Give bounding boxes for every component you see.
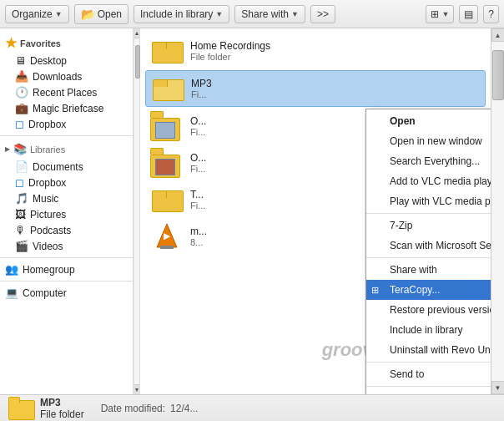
sidebar-item-magic-briefcase[interactable]: 💼 Magic Briefcase <box>0 100 133 116</box>
ctx-open[interactable]: Open <box>366 111 491 131</box>
sidebar-item-homegroup[interactable]: 👥 Homegroup <box>0 261 133 277</box>
libraries-header[interactable]: ▶ 📚 Libraries <box>0 139 133 159</box>
ctx-divider-1 <box>366 213 491 214</box>
preview-button[interactable]: ▤ <box>459 5 478 23</box>
file-item-home-recordings[interactable]: Home Recordings File folder <box>145 33 486 68</box>
recent-places-icon: 🕐 <box>15 86 28 99</box>
ctx-uninstall-revo[interactable]: Uninstall with Revo Uninstaller Pro <box>366 340 491 360</box>
home-recordings-folder-icon <box>152 38 182 63</box>
o1-thumb <box>150 111 184 141</box>
scroll-track <box>491 42 505 381</box>
ctx-scan-security-label: Scan with Microsoft Security Essentials.… <box>390 240 491 251</box>
status-bar: MP3 File folder Date modified: 12/4... <box>0 394 504 421</box>
ctx-include-library[interactable]: Include in library ▶ <box>366 320 491 340</box>
ctx-teracopy[interactable]: ⊞ TeraCopy... <box>366 280 491 300</box>
scroll-down-arrow[interactable]: ▼ <box>491 381 505 394</box>
toolbar: Organize ▼ 📂 Open Include in library ▼ S… <box>0 0 504 28</box>
computer-label: Computer <box>23 287 67 299</box>
sidebar-item-downloads[interactable]: 📥 Downloads <box>0 68 133 84</box>
svg-text:▶: ▶ <box>164 231 171 241</box>
o2-thumb <box>150 148 184 178</box>
ctx-open-new-window[interactable]: Open in new window <box>366 131 491 151</box>
view-icon: ⊞ <box>431 8 439 20</box>
ctx-cut-label: Cut <box>390 393 406 394</box>
open-label: Open <box>98 8 122 20</box>
ctx-7zip[interactable]: 7-Zip ▶ <box>366 216 491 236</box>
podcasts-label: Podcasts <box>30 225 71 236</box>
view-options-button[interactable]: ⊞ ▼ <box>426 5 454 23</box>
desktop-label: Desktop <box>30 55 67 67</box>
ctx-teracopy-label: TeraCopy... <box>390 284 440 296</box>
podcasts-icon: 🎙 <box>15 224 26 236</box>
sidebar-item-music[interactable]: 🎵 Music <box>0 190 133 206</box>
open-button[interactable]: 📂 Open <box>74 4 129 24</box>
vlc-icon: ▶ <box>154 221 180 251</box>
sidebar-item-podcasts[interactable]: 🎙 Podcasts <box>0 222 133 238</box>
favorites-header[interactable]: ★ Favorites <box>0 33 133 53</box>
libraries-icon: 📚 <box>13 143 27 155</box>
ctx-uninstall-revo-label: Uninstall with Revo Uninstaller Pro <box>390 344 491 356</box>
sidebar-scroll-down-arrow[interactable]: ▼ <box>134 384 139 394</box>
more-button[interactable]: >> <box>310 5 335 23</box>
share-with-button[interactable]: Share with ▼ <box>234 5 305 23</box>
file-item-mp3[interactable]: MP3 Fi... <box>145 70 486 107</box>
mp3-folder-icon <box>153 76 183 101</box>
mp3-name: MP3 <box>191 78 480 89</box>
mp3-info: MP3 Fi... <box>191 78 480 99</box>
sidebar-scrollbar: ▲ ▼ <box>134 28 140 394</box>
ctx-scan-security[interactable]: Scan with Microsoft Security Essentials.… <box>366 236 491 256</box>
ctx-search-everything[interactable]: Search Everything... <box>366 151 491 171</box>
ctx-share-with-label: Share with <box>390 264 437 276</box>
music-label: Music <box>33 193 58 205</box>
libraries-expand-icon: ▶ <box>5 145 10 153</box>
magic-briefcase-icon: 💼 <box>15 102 28 114</box>
ctx-divider-2 <box>366 257 491 258</box>
ctx-restore-prev-label: Restore previous versions <box>390 304 491 316</box>
ctx-send-to-label: Send to <box>390 368 424 380</box>
home-recordings-type: File folder <box>190 52 481 62</box>
sidebar-item-recent-places[interactable]: 🕐 Recent Places <box>0 84 133 100</box>
sidebar-item-documents[interactable]: 📄 Documents <box>0 159 133 175</box>
include-library-button[interactable]: Include in library ▼ <box>134 5 229 23</box>
home-recordings-name: Home Recordings <box>190 40 481 52</box>
favorites-section: ★ Favorites 🖥 Desktop 📥 Downloads 🕐 Rece… <box>0 33 133 132</box>
mp3-type: Fi... <box>191 89 480 99</box>
sidebar-item-dropbox2[interactable]: ◻ Dropbox <box>0 175 133 190</box>
sidebar-item-computer[interactable]: 💻 Computer <box>0 285 133 301</box>
sidebar-item-dropbox[interactable]: ◻ Dropbox <box>0 116 133 132</box>
main-layout: ★ Favorites 🖥 Desktop 📥 Downloads 🕐 Rece… <box>0 28 504 394</box>
right-scrollbar: ▲ ▼ <box>491 28 504 394</box>
ctx-play-vlc[interactable]: Play with VLC media player <box>366 191 491 211</box>
help-button[interactable]: ? <box>483 5 499 23</box>
ctx-cut[interactable]: Cut <box>366 388 491 394</box>
sidebar-separator-2 <box>0 257 133 258</box>
sidebar-item-pictures[interactable]: 🖼 Pictures <box>0 206 133 222</box>
ctx-play-vlc-label: Play with VLC media player <box>390 195 491 207</box>
dropbox2-icon: ◻ <box>15 176 24 189</box>
ctx-restore-prev[interactable]: Restore previous versions <box>366 300 491 320</box>
ctx-share-with[interactable]: Share with ▶ <box>366 260 491 280</box>
ctx-send-to[interactable]: Send to ▶ <box>366 364 491 384</box>
pictures-label: Pictures <box>30 209 66 221</box>
view-chevron-icon: ▼ <box>441 10 449 18</box>
sidebar-scroll-up-arrow[interactable]: ▲ <box>134 28 139 38</box>
recent-places-label: Recent Places <box>33 87 97 99</box>
magic-briefcase-label: Magic Briefcase <box>33 103 103 114</box>
scroll-up-arrow[interactable]: ▲ <box>491 28 505 42</box>
help-icon: ? <box>488 8 494 20</box>
status-date-value: 12/4... <box>170 403 198 414</box>
sidebar-item-videos[interactable]: 🎬 Videos <box>0 238 133 254</box>
status-info: MP3 File folder <box>40 397 84 420</box>
ctx-open-label: Open <box>390 115 416 127</box>
ctx-add-vlc-playlist[interactable]: Add to VLC media player's Playlist <box>366 171 491 191</box>
sidebar-item-desktop[interactable]: 🖥 Desktop <box>0 53 133 68</box>
include-library-label: Include in library <box>140 8 213 20</box>
ctx-7zip-label: 7-Zip <box>390 220 412 231</box>
scroll-thumb[interactable] <box>492 50 504 100</box>
desktop-icon: 🖥 <box>15 54 26 67</box>
status-type: File folder <box>40 408 84 420</box>
documents-label: Documents <box>33 161 83 173</box>
o1-folder-icon <box>150 111 184 141</box>
organize-button[interactable]: Organize ▼ <box>5 5 69 23</box>
organize-chevron-icon: ▼ <box>55 10 63 18</box>
